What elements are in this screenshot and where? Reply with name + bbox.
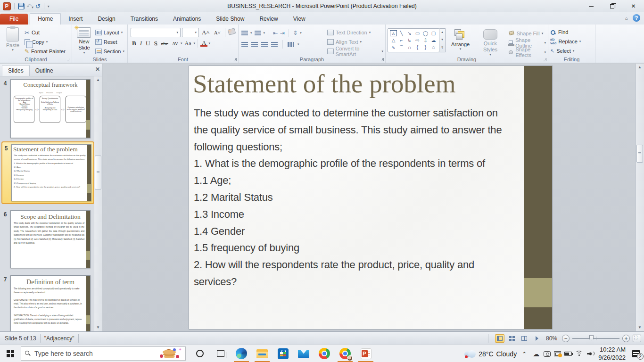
italic-button[interactable]: I [139, 40, 143, 47]
tab-transitions[interactable]: Transitions [123, 14, 165, 25]
thumbnail-slide-4[interactable]: 4 Conceptual framework Input Process Out… [0, 79, 91, 138]
editor-scrollbar[interactable]: ▲ ▼ [636, 64, 644, 331]
numbering-icon[interactable] [255, 31, 261, 36]
paste-button[interactable]: Paste▾ [2, 26, 24, 56]
tab-animations[interactable]: Animations [165, 14, 208, 25]
align-text-button[interactable]: Align Text▾ [327, 38, 383, 46]
taskbar-search-input[interactable]: Type here to search [21, 346, 186, 361]
reset-button[interactable]: Reset [94, 37, 125, 47]
increase-indent-icon[interactable]: ⇥ [280, 30, 285, 36]
quick-styles-button[interactable]: Quick Styles▾ [475, 28, 505, 58]
collapse-ribbon-icon[interactable]: ⌂ [625, 16, 628, 21]
restore-button[interactable] [602, 0, 623, 12]
shapes-scroll-down-icon[interactable]: ▼ [439, 36, 445, 44]
convert-smartart-button[interactable]: Convert to SmartArt▾ [327, 47, 383, 56]
shapes-more-icon[interactable]: ⊽ [439, 44, 445, 52]
volume-icon[interactable] [587, 351, 595, 357]
undo-icon[interactable]: ↶▾ [26, 3, 33, 9]
close-button[interactable]: ✕ [623, 0, 644, 12]
new-slide-button[interactable]: New Slide▾ [74, 26, 94, 56]
editor-scrollbar-thumb[interactable] [636, 145, 643, 163]
editor-scroll-up-icon[interactable]: ▲ [636, 64, 643, 71]
text-direction-button[interactable]: Text Direction▾ [327, 28, 383, 37]
tab-view[interactable]: View [286, 14, 313, 25]
tab-insert[interactable]: Insert [61, 14, 90, 25]
font-size-combo[interactable]: ▾ [182, 28, 199, 37]
wifi-icon[interactable] [575, 351, 584, 357]
shape-triangle-icon[interactable]: △ [389, 37, 397, 44]
tab-review[interactable]: Review [252, 14, 285, 25]
shape-fill-button[interactable]: Shape Fill▾ [508, 29, 546, 38]
redo-icon[interactable]: ↺ [35, 3, 41, 9]
thumbnail-slide-7[interactable]: 7 Definition of term The following term … [0, 275, 91, 331]
shape-elbow-icon[interactable]: ⌐ [397, 37, 405, 44]
onedrive-icon[interactable]: ☁ [532, 350, 540, 358]
powerpoint-app-icon[interactable]: P [3, 2, 11, 10]
tab-home[interactable]: Home [30, 13, 61, 25]
scroll-down-icon[interactable]: ▼ [95, 324, 101, 331]
thumbnail-slide-6[interactable]: 6 Scope and Delimitation This study deal… [0, 210, 91, 268]
shape-effects-button[interactable]: Shape Effects▾ [508, 48, 546, 57]
file-explorer-taskbar-button[interactable] [252, 345, 272, 362]
help-icon[interactable]: ? [633, 14, 640, 22]
shape-elbow-arrow-icon[interactable]: ↳ [405, 37, 413, 44]
align-center-icon[interactable] [251, 42, 258, 47]
shape-right-arrow-icon[interactable]: ⇨ [413, 37, 421, 44]
font-dialog-launcher[interactable] [233, 58, 237, 61]
save-icon[interactable] [18, 3, 25, 9]
tab-slideshow[interactable]: Slide Show [208, 14, 252, 25]
task-view-button[interactable] [210, 345, 231, 362]
zoom-slider-thumb[interactable] [589, 335, 594, 341]
shape-scribble-icon[interactable]: ∿ [389, 44, 397, 51]
format-painter-button[interactable]: ✎Format Painter [24, 47, 66, 56]
panel-tab-slides[interactable]: Slides [2, 65, 30, 76]
paragraph-dialog-launcher[interactable] [380, 58, 384, 61]
align-right-icon[interactable] [261, 42, 268, 47]
action-center-icon[interactable]: 2 [632, 350, 640, 357]
powerpoint-taskbar-button[interactable] [355, 345, 376, 362]
shape-left-brace-icon[interactable]: { [413, 44, 421, 51]
select-button[interactable]: ↖Select▾ [550, 47, 593, 55]
shape-oval-icon[interactable]: ◯ [421, 30, 429, 37]
strikethrough-button[interactable]: abe [160, 41, 170, 46]
arrange-button[interactable]: Arrange▾ [448, 28, 472, 58]
grow-font-icon[interactable]: A˄ [200, 29, 211, 36]
reading-view-button[interactable] [520, 334, 529, 343]
copy-button[interactable]: Copy▾ [24, 37, 66, 47]
text-shadow-button[interactable]: S [152, 40, 158, 47]
battery-icon[interactable] [564, 352, 572, 356]
shape-star-icon[interactable]: ☆ [429, 44, 438, 51]
edge-taskbar-button[interactable] [231, 345, 252, 362]
screen-cast-icon[interactable] [544, 351, 551, 357]
find-button[interactable]: Find [550, 28, 593, 36]
panel-tab-outline[interactable]: Outline [30, 66, 59, 76]
thumbnail-slide-5-selected[interactable]: 5 Statement of the problem The study was… [1, 141, 94, 204]
editor-scroll-down-icon[interactable]: ▼ [636, 324, 643, 331]
chrome-profile-taskbar-button[interactable] [335, 345, 355, 362]
clear-formatting-icon[interactable] [227, 28, 236, 35]
slides-panel-scrollbar[interactable]: ▲ ▼ [94, 76, 102, 331]
columns-icon[interactable] [288, 42, 294, 47]
underline-button[interactable]: U [144, 40, 151, 47]
replace-button[interactable]: ab⤷acReplace▾ [550, 37, 593, 46]
slide-title[interactable]: Statement of the problem [193, 69, 456, 99]
cortana-button[interactable] [190, 345, 210, 362]
font-color-button[interactable]: A [200, 40, 207, 47]
shape-right-brace-icon[interactable]: } [421, 44, 429, 51]
drawing-dialog-launcher[interactable] [543, 58, 546, 61]
slideshow-view-button[interactable] [532, 334, 541, 343]
shapes-gallery[interactable]: A ╲ ↘ ▭ ◯ ▢ △ ⌐ ↳ ⇨ ⇩ ☁ ∿ ⌒ ∩ { } [388, 28, 439, 52]
shape-arc-icon[interactable]: ⌒ [397, 44, 405, 51]
slide-body-text[interactable]: The study was conducted to determine the… [194, 105, 507, 290]
char-spacing-button[interactable]: AV [171, 41, 180, 46]
zoom-slider[interactable] [572, 338, 619, 339]
font-name-combo[interactable]: ▾ [131, 28, 181, 37]
line-spacing-icon[interactable]: ⇕ [293, 30, 297, 36]
start-button[interactable] [0, 350, 21, 357]
shape-cloud-icon[interactable]: ☁ [429, 37, 438, 44]
customize-qat-icon[interactable]: ▾ [48, 4, 50, 8]
shape-outline-button[interactable]: Shape Outline▾ [508, 39, 546, 47]
slide-canvas[interactable]: Statement of the problem The study was c… [189, 66, 553, 329]
tab-design[interactable]: Design [90, 14, 123, 25]
normal-view-button[interactable] [495, 334, 504, 343]
